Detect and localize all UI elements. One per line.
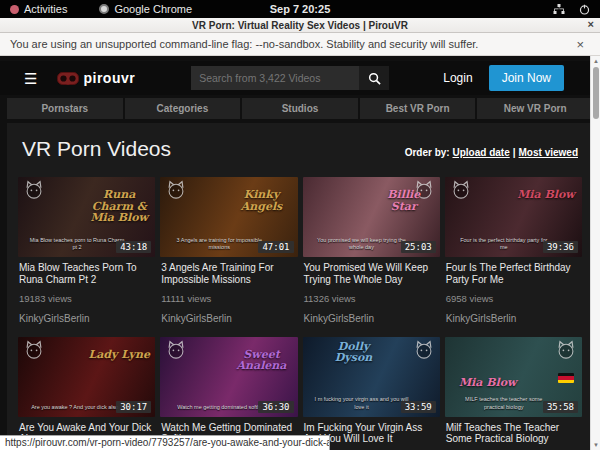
thumbnail-caption: You promised we will keep trying the who… — [313, 237, 409, 252]
video-title[interactable]: You Promised We Will Keep Trying The Who… — [304, 262, 439, 286]
login-button[interactable]: Login — [443, 71, 472, 85]
vr-goggles-icon — [57, 72, 79, 85]
clock[interactable]: Sep 7 20:25 — [0, 3, 600, 15]
duration-badge: 43:18 — [116, 241, 151, 253]
thumbnail-overlay-title: Mia Blow — [457, 377, 519, 389]
scrollbar-thumb[interactable] — [593, 67, 599, 119]
logo-text: pirouvr — [83, 70, 135, 86]
main-content: VR Porn Videos Order by: Upload date|Mos… — [7, 123, 593, 450]
search-icon — [368, 72, 381, 85]
video-thumbnail[interactable]: Billie Star You promised we will keep tr… — [303, 177, 440, 257]
duration-badge: 36:30 — [258, 401, 293, 413]
nav-item-studios[interactable]: Studios — [242, 98, 358, 119]
thumbnail-caption: 3 Angels are training for impossible mis… — [171, 237, 267, 252]
studio-link[interactable]: KinkyGirlsBerlin — [19, 313, 154, 324]
thumbnail-overlay-title: Lady Lyne — [88, 349, 150, 361]
view-count: 11326 views — [304, 293, 439, 304]
german-flag — [558, 373, 574, 383]
thumbnail-overlay-title: Runa Charm & Mia Blow — [88, 189, 150, 224]
duration-badge: 39:36 — [543, 241, 578, 253]
video-card[interactable]: Runa Charm & Mia Blow Mia Blow teaches p… — [18, 177, 155, 330]
window-close-icon[interactable]: × — [588, 18, 594, 30]
page-scrollbar[interactable]: ▲ ▼ — [590, 56, 600, 450]
studio-cat-mask-icon — [450, 180, 472, 203]
browser-window-titlebar[interactable]: VR Porn: Virtual Reality Sex Videos | Pi… — [0, 18, 600, 33]
thumbnail-caption: Four is the perfect birthday party for m… — [456, 237, 552, 252]
duration-badge: 33:59 — [401, 401, 436, 413]
studio-cat-mask-icon — [165, 340, 187, 363]
power-icon[interactable] — [579, 4, 590, 15]
thumbnail-overlay-title: Mia Blow — [515, 189, 577, 201]
nav-item-pornstars[interactable]: Pornstars — [7, 98, 123, 119]
search-input[interactable] — [191, 66, 359, 90]
studio-cat-mask-icon — [23, 180, 45, 203]
site-logo[interactable]: pirouvr — [57, 70, 135, 86]
search-bar — [191, 66, 389, 90]
studio-cat-mask-icon — [23, 340, 45, 363]
order-by-label: Order by: — [405, 147, 450, 158]
view-count: 19183 views — [19, 293, 154, 304]
video-thumbnail[interactable]: Mia Blow Four is the perfect birthday pa… — [445, 177, 582, 257]
duration-badge: 47:01 — [258, 241, 293, 253]
studio-cat-mask-icon — [555, 340, 577, 363]
order-by-controls: Order by: Upload date|Most viewed — [405, 147, 578, 158]
menu-hamburger-icon[interactable]: ☰ — [24, 71, 37, 86]
order-link-upload-date[interactable]: Upload date — [452, 147, 509, 158]
desktop-top-bar: Activities Google Chrome Sep 7 20:25 — [0, 0, 600, 18]
video-card[interactable]: Mia Blow MILF teaches the teacher some p… — [445, 337, 582, 450]
video-title[interactable]: 3 Angels Are Training For Impossible Mis… — [161, 262, 296, 286]
window-title: VR Porn: Virtual Reality Sex Videos | Pi… — [192, 20, 408, 31]
chrome-warning-bar: You are using an unsupported command-lin… — [0, 33, 600, 56]
nav-item-best-vr-porn[interactable]: Best VR Porn — [360, 98, 476, 119]
nav-item-categories[interactable]: Categories — [125, 98, 241, 119]
thumbnail-overlay-title: Dolly Dyson — [323, 341, 385, 364]
duration-badge: 30:17 — [116, 401, 151, 413]
thumbnail-caption: Mia Blow teaches porn to Runa Charm pt 2 — [29, 237, 125, 252]
scrollbar-down-icon[interactable]: ▼ — [591, 442, 600, 448]
order-link-most-viewed[interactable]: Most viewed — [519, 147, 578, 158]
video-thumbnail[interactable]: Mia Blow MILF teaches the teacher some p… — [445, 337, 582, 417]
duration-badge: 25:03 — [401, 241, 436, 253]
network-icon[interactable] — [553, 4, 565, 15]
video-card[interactable]: Kinky Angels 3 Angels are training for i… — [160, 177, 297, 330]
studio-link[interactable]: KinkyGirlsBerlin — [304, 313, 439, 324]
video-card[interactable]: Mia Blow Four is the perfect birthday pa… — [445, 177, 582, 330]
scrollbar-up-icon[interactable]: ▲ — [591, 58, 600, 64]
status-url-bubble: https://pirouvr.com/vr-porn-video/779325… — [0, 435, 330, 450]
warning-close-icon[interactable]: × — [576, 37, 584, 52]
thumbnail-caption: Are you awake ? And your dick also ? — [29, 404, 125, 412]
thumbnail-overlay-title: Kinky Angels — [231, 189, 293, 212]
site-header: ☰ pirouvr Login Join Now — [0, 61, 600, 95]
studio-link[interactable]: KinkyGirlsBerlin — [446, 313, 581, 324]
video-thumbnail[interactable]: Dolly Dyson I m fucking your virgin ass … — [303, 337, 440, 417]
thumbnail-overlay-title: Sweet Analena — [231, 349, 293, 372]
studio-link[interactable]: KinkyGirlsBerlin — [161, 313, 296, 324]
video-card[interactable]: Dolly Dyson I m fucking your virgin ass … — [303, 337, 440, 450]
video-thumbnail[interactable]: Sweet Analena Watch me getting dominated… — [160, 337, 297, 417]
video-card[interactable]: Sweet Analena Watch me getting dominated… — [160, 337, 297, 450]
page-title: VR Porn Videos — [22, 137, 171, 161]
studio-cat-mask-icon — [413, 340, 435, 363]
order-separator: | — [513, 147, 516, 158]
video-thumbnail[interactable]: Kinky Angels 3 Angels are training for i… — [160, 177, 297, 257]
join-now-button[interactable]: Join Now — [489, 65, 564, 91]
studio-cat-mask-icon — [165, 180, 187, 203]
thumbnail-caption: Watch me getting dominated softly — [171, 404, 267, 412]
thumbnail-caption: MILF teaches the teacher some practical … — [456, 396, 552, 411]
video-grid: Runa Charm & Mia Blow Mia Blow teaches p… — [16, 177, 584, 450]
search-button[interactable] — [359, 66, 389, 90]
video-card[interactable]: Billie Star You promised we will keep tr… — [303, 177, 440, 330]
thumbnail-caption: I m fucking your virgin ass and you will… — [313, 396, 409, 411]
video-title[interactable]: Milf Teaches The Teacher Some Practical … — [446, 422, 581, 446]
main-nav: Pornstars Categories Studios Best VR Por… — [7, 98, 593, 119]
video-thumbnail[interactable]: Lady Lyne Are you awake ? And your dick … — [18, 337, 155, 417]
video-title[interactable]: Mia Blow Teaches Porn To Runa Charm Pt 2 — [19, 262, 154, 286]
video-title[interactable]: Four Is The Perfect Birthday Party For M… — [446, 262, 581, 286]
video-card[interactable]: Lady Lyne Are you awake ? And your dick … — [18, 337, 155, 450]
view-count: 6958 views — [446, 293, 581, 304]
nav-item-new-vr-porn[interactable]: New VR Porn — [477, 98, 593, 119]
video-thumbnail[interactable]: Runa Charm & Mia Blow Mia Blow teaches p… — [18, 177, 155, 257]
duration-badge: 35:58 — [543, 401, 578, 413]
thumbnail-overlay-title: Billie Star — [373, 189, 435, 212]
page-viewport: ☰ pirouvr Login Join Now Pornstars Categ… — [0, 56, 600, 450]
